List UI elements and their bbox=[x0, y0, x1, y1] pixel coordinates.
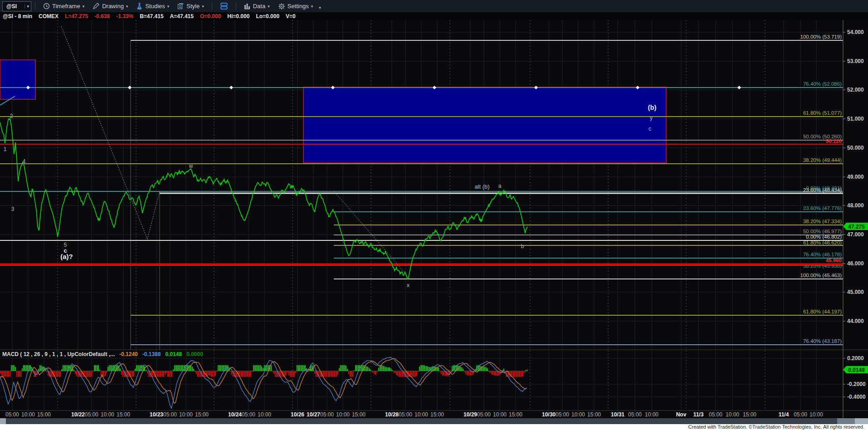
quote-field: O=0.000 bbox=[200, 13, 221, 20]
chevron-down-icon: ▾ bbox=[202, 4, 204, 9]
menu-studies[interactable]: Studies ▾ bbox=[132, 0, 173, 12]
menu-style[interactable]: Style ▾ bbox=[173, 0, 208, 12]
chevron-down-icon: ▾ bbox=[268, 4, 270, 9]
chevron-down-icon: ▾ bbox=[319, 5, 321, 10]
quote-field: V=0 bbox=[286, 13, 296, 20]
menu-timeframe[interactable]: Timeframe ▾ bbox=[39, 0, 88, 12]
toolbar-separator bbox=[212, 2, 212, 10]
menu-label: Timeframe bbox=[52, 3, 80, 10]
gear-icon bbox=[278, 3, 285, 10]
quote-field: Lo=0.000 bbox=[256, 13, 279, 20]
status-line: @SI - 8 minCOMEXL=47.275-0.638-1.33%B=47… bbox=[0, 12, 868, 20]
quote-field: -0.638 bbox=[94, 13, 110, 20]
toolbar: @SI ▾ Timeframe ▾ Drawing ▾ Studies ▾ St… bbox=[0, 0, 868, 13]
quote-field: Hi=0.000 bbox=[227, 13, 249, 20]
scrollbar-thumb[interactable] bbox=[855, 418, 868, 424]
pencil-icon bbox=[93, 3, 100, 10]
quote-field: A=47.415 bbox=[170, 13, 194, 20]
quote-field: COMEX bbox=[39, 13, 59, 20]
style-icon bbox=[177, 3, 184, 10]
price-axis[interactable] bbox=[843, 20, 868, 418]
chevron-down-icon[interactable]: ▾ bbox=[24, 4, 31, 9]
menu-label: Studies bbox=[145, 3, 165, 10]
menu-label: Style bbox=[186, 3, 200, 10]
quote-field: L=47.275 bbox=[65, 13, 88, 20]
scrollbar-thumb[interactable] bbox=[837, 418, 855, 424]
chevron-down-icon: ▾ bbox=[83, 4, 85, 9]
toolbar-separator bbox=[236, 2, 236, 10]
time-axis[interactable] bbox=[0, 410, 843, 418]
menu-label: Drawing bbox=[102, 3, 124, 10]
menu-label: Data bbox=[253, 3, 265, 10]
symbol-value: @SI bbox=[3, 3, 24, 10]
quote-field: -1.33% bbox=[116, 13, 133, 20]
menu-data[interactable]: Data ▾ bbox=[240, 0, 274, 12]
chevron-down-icon: ▾ bbox=[126, 4, 128, 9]
quote-field: B=47.415 bbox=[140, 13, 163, 20]
scrollbar-left-button[interactable] bbox=[0, 418, 6, 424]
flask-icon bbox=[136, 3, 143, 10]
quote-field: @SI - 8 min bbox=[3, 13, 32, 20]
copyright-text: Created with TradeStation. ©TradeStation… bbox=[0, 424, 868, 430]
chart-canvas[interactable] bbox=[0, 20, 843, 410]
horizontal-scrollbar[interactable] bbox=[0, 418, 868, 424]
menu-settings[interactable]: Settings ▾ bbox=[274, 0, 317, 12]
menu-label: Settings bbox=[288, 3, 309, 10]
chevron-down-icon: ▾ bbox=[167, 4, 170, 9]
clock-icon bbox=[43, 3, 50, 10]
bar-chart-icon bbox=[244, 3, 251, 10]
layers-icon bbox=[220, 2, 228, 10]
toolbar-overflow-button[interactable]: ▾ bbox=[317, 0, 323, 12]
symbol-select[interactable]: @SI ▾ bbox=[2, 1, 31, 11]
chevron-down-icon: ▾ bbox=[311, 4, 313, 9]
menu-drawing[interactable]: Drawing ▾ bbox=[88, 0, 132, 12]
link-layers-button[interactable] bbox=[216, 0, 232, 12]
toolbar-separator bbox=[35, 2, 35, 10]
